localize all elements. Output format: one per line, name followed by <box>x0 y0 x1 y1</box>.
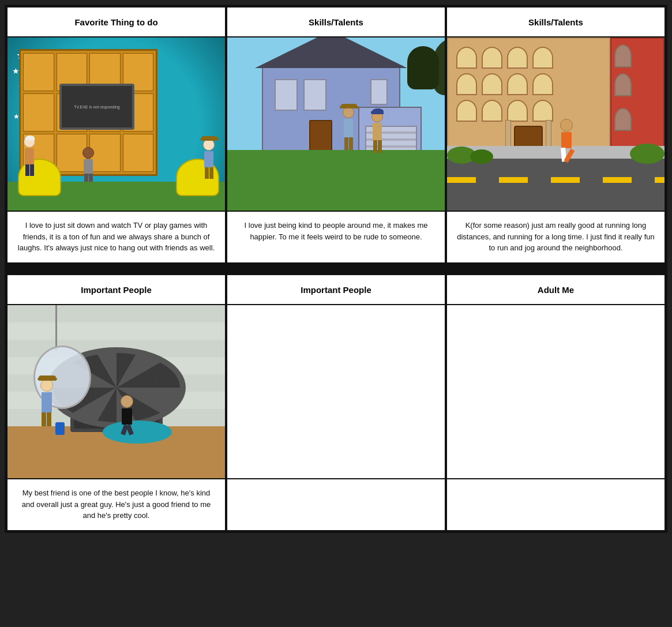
character-1 <box>24 136 35 176</box>
floor-cushion <box>103 420 172 444</box>
character-3 <box>203 139 215 179</box>
character-2 <box>82 147 94 182</box>
scene-running <box>447 37 665 211</box>
cell-text-2-1: My best friend is one of the best people… <box>7 478 225 530</box>
bag <box>55 422 65 435</box>
char-cowboy-outside <box>343 107 354 150</box>
scene-tv-room: ★ ★ ★ ★ ★ TV.EXE is not responding <box>7 37 225 211</box>
cell-text-2-3 <box>447 478 665 530</box>
cell-skills-2: Skills/Talents <box>446 6 666 264</box>
cell-text-2-2 <box>227 478 445 530</box>
tv-screen: TV.EXE is not responding <box>59 84 134 130</box>
scene-empty-2 <box>227 305 445 478</box>
char-sitting <box>121 395 133 435</box>
road-lines <box>447 177 665 183</box>
cell-important-people-2: Important People <box>226 274 446 531</box>
row-separator <box>6 264 666 274</box>
cell-text-1-2: I love just being kind to people around … <box>227 211 445 262</box>
cell-adult-me: Adult Me <box>446 274 666 531</box>
cell-header-1-3: Skills/Talents <box>447 7 665 37</box>
cell-skills-1: Skills/Talents <box>226 6 446 264</box>
road <box>447 159 665 211</box>
cell-header-2-1: Important People <box>7 275 225 305</box>
cell-text-1-1: I love to just sit down and watch TV or … <box>7 211 225 262</box>
storyboard: Favorite Thing to do ★ ★ ★ ★ ★ <box>5 5 667 533</box>
scene-empty-3 <box>447 305 665 478</box>
cell-favorite-thing: Favorite Thing to do ★ ★ ★ ★ ★ <box>6 6 226 264</box>
cell-header-1-1: Favorite Thing to do <box>7 7 225 37</box>
cell-header-2-3: Adult Me <box>447 275 665 305</box>
cell-header-2-2: Important People <box>227 275 445 305</box>
scene-house <box>227 37 445 211</box>
cell-text-1-3: K(for some reason) just am really good a… <box>447 211 665 262</box>
cell-important-people-1: Important People <box>6 274 226 531</box>
hanging-chain <box>55 305 57 351</box>
grass <box>227 150 445 211</box>
char-bestfriend <box>40 379 53 426</box>
char-cap-outside <box>371 111 383 153</box>
scene-living-room <box>7 305 225 478</box>
runner-character <box>560 119 573 162</box>
cell-header-1-2: Skills/Talents <box>227 7 445 37</box>
